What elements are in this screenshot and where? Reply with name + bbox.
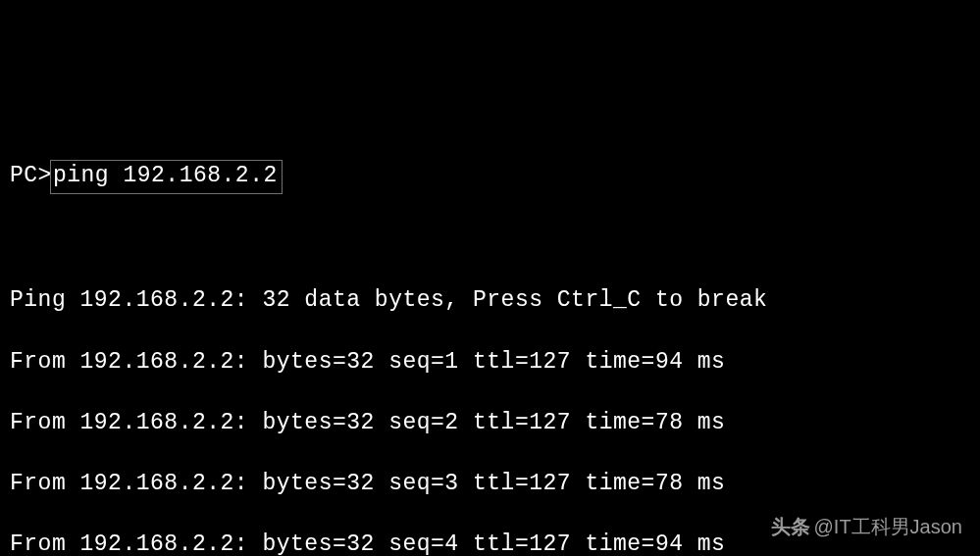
ping-reply: From 192.168.2.2: bytes=32 seq=1 ttl=127…: [10, 347, 970, 378]
prompt-prefix: PC>: [10, 163, 52, 188]
ping-command-highlighted: ping 192.168.2.2: [50, 160, 283, 194]
ping-header: Ping 192.168.2.2: 32 data bytes, Press C…: [10, 285, 970, 316]
terminal-output[interactable]: PC>ping 192.168.2.2 Ping 192.168.2.2: 32…: [10, 129, 970, 556]
watermark-author: @IT工科男Jason: [814, 516, 962, 537]
watermark-brand: 头条: [771, 516, 810, 537]
watermark: 头条@IT工科男Jason: [771, 514, 962, 540]
ping-reply: From 192.168.2.2: bytes=32 seq=3 ttl=127…: [10, 469, 970, 499]
ping-reply: From 192.168.2.2: bytes=32 seq=2 ttl=127…: [10, 408, 970, 438]
prompt-line-1: PC>ping 192.168.2.2: [10, 160, 970, 194]
blank-line: [10, 225, 970, 255]
